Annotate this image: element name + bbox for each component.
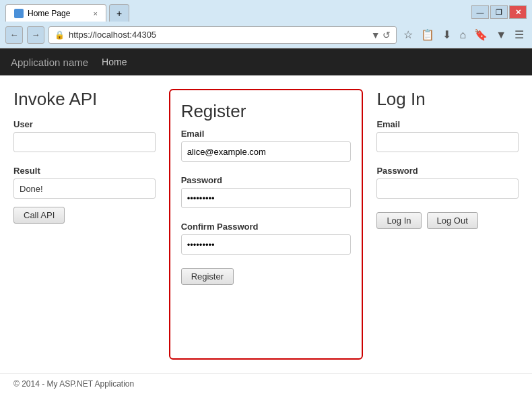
login-password-input[interactable] xyxy=(376,178,519,199)
close-button[interactable]: ✕ xyxy=(509,5,527,19)
browser-content: Application name Home Invoke API User Re… xyxy=(0,48,532,394)
app-footer: © 2014 - My ASP.NET Application xyxy=(0,373,532,394)
user-label: User xyxy=(13,119,156,129)
register-confirm-input[interactable] xyxy=(181,234,352,255)
user-field-group: User xyxy=(13,119,156,160)
app-main: Invoke API User Result Done! Call API Re… xyxy=(0,75,532,373)
register-password-input[interactable] xyxy=(181,188,352,208)
url-actions: ▼ ↺ xyxy=(371,30,391,40)
login-section: Log In Email Password Log In Log Out xyxy=(376,89,519,360)
bookmark-icon[interactable]: 🔖 xyxy=(471,27,490,42)
register-email-input[interactable] xyxy=(181,141,352,162)
address-bar: ← → 🔒 https://localhost:44305 ▼ ↺ ☆ 📋 ⬇ … xyxy=(0,22,532,48)
login-button[interactable]: Log In xyxy=(376,212,421,229)
browser-tab[interactable]: Home Page × xyxy=(5,4,106,22)
tab-close-button[interactable]: × xyxy=(94,9,98,18)
register-email-group: Email xyxy=(181,129,352,170)
download-icon[interactable]: ⬇ xyxy=(440,27,454,42)
register-password-label: Password xyxy=(181,175,352,185)
login-email-input[interactable] xyxy=(376,132,519,152)
back-button[interactable]: ← xyxy=(5,26,23,44)
login-btn-row: Log In Log Out xyxy=(376,212,519,229)
title-bar: Home Page × + — ❐ ✕ xyxy=(0,0,532,22)
new-tab-button[interactable]: + xyxy=(109,4,129,22)
maximize-button[interactable]: ❐ xyxy=(490,5,508,19)
tab-label: Home Page xyxy=(28,9,70,18)
register-title: Register xyxy=(181,101,352,122)
nav-home-link[interactable]: Home xyxy=(102,57,127,67)
register-confirm-label: Confirm Password xyxy=(181,222,352,232)
register-password-group: Password xyxy=(181,175,352,216)
footer-text: © 2014 - My ASP.NET Application xyxy=(13,379,134,389)
result-value: Done! xyxy=(13,178,156,199)
browser-window: Home Page × + — ❐ ✕ ← → 🔒 https://localh… xyxy=(0,0,532,394)
login-title: Log In xyxy=(376,89,519,110)
home-icon[interactable]: ⌂ xyxy=(457,28,469,42)
window-controls: — ❐ ✕ xyxy=(471,5,527,22)
forward-button[interactable]: → xyxy=(27,26,44,44)
clipboard-icon[interactable]: 📋 xyxy=(418,27,437,42)
user-input[interactable] xyxy=(13,132,156,152)
call-api-button[interactable]: Call API xyxy=(13,207,65,224)
url-text: https://localhost:44305 xyxy=(69,30,156,40)
register-email-label: Email xyxy=(181,129,352,139)
result-label: Result xyxy=(13,166,156,176)
login-email-label: Email xyxy=(376,119,519,129)
invoke-api-section: Invoke API User Result Done! Call API xyxy=(13,89,156,360)
refresh-icon[interactable]: ↺ xyxy=(383,30,391,40)
menu-icon[interactable]: ☰ xyxy=(512,27,527,42)
register-button[interactable]: Register xyxy=(181,268,234,285)
url-bar[interactable]: 🔒 https://localhost:44305 ▼ ↺ xyxy=(48,26,397,44)
dropdown-icon[interactable]: ▼ xyxy=(371,30,380,40)
tab-favicon xyxy=(14,9,24,18)
register-confirm-group: Confirm Password xyxy=(181,222,352,263)
result-field-group: Result Done! xyxy=(13,166,156,199)
logout-button[interactable]: Log Out xyxy=(427,212,478,229)
invoke-api-title: Invoke API xyxy=(13,89,156,110)
star-icon[interactable]: ☆ xyxy=(401,27,415,42)
register-section: Register Email Password Confirm Password… xyxy=(169,89,364,360)
lock-icon: 🔒 xyxy=(55,30,65,40)
login-password-label: Password xyxy=(376,166,519,176)
app-brand: Application name xyxy=(11,57,88,68)
toolbar-icons: ☆ 📋 ⬇ ⌂ 🔖 ▼ ☰ xyxy=(401,27,527,42)
login-email-group: Email xyxy=(376,119,519,160)
login-password-group: Password xyxy=(376,166,519,207)
minimize-button[interactable]: — xyxy=(471,5,489,19)
app-navbar: Application name Home xyxy=(0,48,532,75)
bookmark-dropdown-icon[interactable]: ▼ xyxy=(493,28,509,42)
